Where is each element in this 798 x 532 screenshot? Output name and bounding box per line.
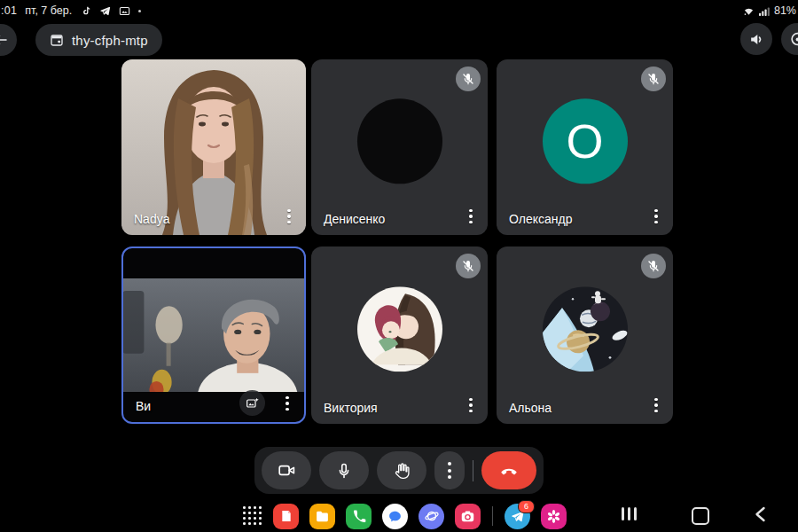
participant-name: Альона [509,401,552,415]
calendar-icon [50,33,64,47]
participant-tile-viktoria[interactable]: Виктория [311,246,488,424]
meeting-code-chip[interactable]: thy-cfph-mtp [35,24,162,56]
mic-muted-icon [641,254,666,278]
telegram-app-icon[interactable]: 6 [505,504,530,529]
telegram-notification-icon [99,5,111,17]
participant-name: Олександр [509,212,572,226]
status-bar: :01 пт, 7 бер. [0,0,798,21]
back-nav-button[interactable] [754,506,766,522]
self-view-tile[interactable]: Ви [121,246,306,424]
internet-app-icon[interactable] [419,504,444,529]
status-right: 81% [742,4,798,17]
wifi-icon [742,5,755,17]
date-label: пт, 7 бер. [25,4,72,17]
tiktok-notification-icon [80,5,91,17]
meet-call-screen: :01 пт, 7 бер. [0,0,798,532]
avatar-letter: O [543,98,628,184]
dock-divider [492,506,493,526]
participant-name: Денисенко [324,212,385,226]
camera-toggle-button[interactable] [262,451,311,489]
mic-muted-icon [456,66,481,91]
switch-camera-button[interactable] [781,23,798,55]
participant-name: Nadya [134,212,169,226]
nadya-video-feed [121,59,306,235]
end-call-button[interactable] [481,451,536,489]
mic-toggle-button[interactable] [319,451,369,489]
notes-app-icon[interactable] [273,504,299,529]
video-effects-button[interactable] [239,390,265,416]
avatar [357,98,442,184]
avatar-image [357,286,442,372]
battery-percent: 81% [774,4,796,17]
raise-hand-button[interactable] [377,451,426,489]
gallery-app-icon[interactable] [541,504,567,529]
recents-nav-button[interactable] [622,507,637,520]
telegram-unread-badge: 6 [518,500,535,513]
tile-options-button[interactable] [647,205,665,228]
phone-app-icon[interactable] [346,504,372,529]
tile-options-button[interactable] [462,394,480,417]
meeting-code: thy-cfph-mtp [72,33,148,48]
tile-options-button[interactable] [647,394,665,417]
mic-muted-icon [456,254,481,278]
app-dock: 6 [243,501,567,531]
control-divider [473,460,473,481]
status-left: :01 пт, 7 бер. [0,4,141,17]
call-control-bar [254,447,544,494]
back-button[interactable] [0,24,17,56]
camera-app-icon[interactable] [455,504,481,529]
screenshot-notification-icon [119,5,130,17]
my-files-app-icon[interactable] [309,504,335,529]
tile-options-button[interactable] [462,205,480,228]
participant-tile-nadya[interactable]: Nadya [121,59,306,235]
tile-options-button[interactable] [280,205,298,228]
participant-tile-oleksandr[interactable]: O Олександр [497,59,673,235]
clock: :01 [1,4,17,17]
more-notifications-dot [138,10,141,12]
tile-options-button[interactable] [278,392,296,415]
audio-output-button[interactable] [740,23,772,55]
participant-name: Виктория [324,401,378,415]
app-drawer-button[interactable] [243,506,262,526]
self-video-feed [123,278,304,392]
home-nav-button[interactable] [692,507,709,525]
cell-signal-icon [759,5,771,17]
avatar-image [543,286,628,372]
more-options-button[interactable] [434,451,465,489]
mic-muted-icon [641,66,666,91]
participant-tile-alona[interactable]: Альона [497,246,673,424]
participant-tile-denysenko[interactable]: Денисенко [311,59,488,235]
self-name: Ви [136,399,151,413]
messages-app-icon[interactable] [382,504,408,529]
